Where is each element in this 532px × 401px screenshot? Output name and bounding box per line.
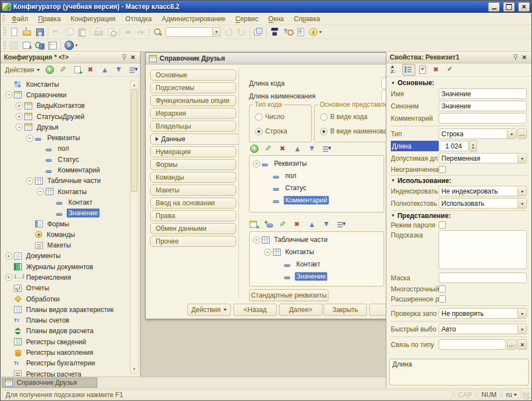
actions-button[interactable]: Действия [3, 65, 42, 76]
minus-expander-icon[interactable]: − [26, 177, 33, 185]
db-update-button[interactable] [33, 39, 46, 51]
tab-Обмен данными[interactable]: Обмен данными [150, 223, 236, 234]
add-attribute-button[interactable] [262, 219, 275, 230]
radio-icon[interactable] [320, 113, 327, 121]
sort-az-button[interactable] [389, 64, 401, 76]
menu-item-2[interactable]: Конфигурация [66, 14, 121, 24]
add-tabular-button[interactable] [248, 219, 261, 230]
resize-grip[interactable] [523, 393, 530, 400]
menu-item-7[interactable]: Справка [289, 14, 325, 24]
tree-item[interactable]: −Друзья [5, 122, 140, 132]
minus-expander-icon[interactable]: − [16, 123, 23, 131]
tab-Функциональные опции[interactable]: Функциональные опции [150, 95, 236, 106]
status-indicator-ru[interactable]: ru [502, 390, 521, 399]
status-indicator-num[interactable]: NUM [478, 390, 500, 399]
move-down-button[interactable] [306, 143, 319, 155]
tab-Данные[interactable]: Данные [150, 133, 239, 145]
tree-item[interactable]: Отчеты [5, 283, 140, 294]
menu-item-1[interactable]: Правка [33, 14, 66, 24]
close-window-button[interactable] [21, 39, 33, 51]
tree-item[interactable]: пол [5, 143, 140, 154]
spinner-buttons[interactable] [469, 140, 477, 152]
scrollbar-thumb[interactable] [131, 89, 137, 192]
forward-button[interactable] [135, 26, 147, 38]
tree-item[interactable]: Регистры бухгалтерии [5, 358, 140, 369]
plus-expander-icon[interactable]: + [5, 274, 12, 281]
tree-item[interactable]: +Перечисления [5, 272, 140, 283]
plus-expander-icon[interactable]: + [16, 102, 23, 110]
move-down-button[interactable] [320, 219, 333, 230]
presentation-option[interactable]: В виде кода [320, 113, 367, 121]
filter-form-button[interactable] [416, 64, 429, 76]
close-icon[interactable] [129, 53, 137, 61]
tree-item[interactable]: Статус [5, 154, 140, 165]
sort-list-button[interactable] [335, 219, 347, 230]
minus-expander-icon[interactable]: − [264, 249, 271, 256]
property-value-combo[interactable]: Использовать [439, 198, 527, 209]
menu-item-3[interactable]: Отладка [121, 14, 157, 24]
property-label[interactable]: Маска [391, 274, 439, 282]
window-tab-spravochnik-druzya[interactable]: Справочник Друзья [2, 378, 97, 388]
sort-list-button[interactable] [127, 64, 140, 76]
property-label[interactable]: Многострочный [391, 285, 439, 293]
undo-button[interactable] [235, 26, 248, 38]
standard-attributes-button[interactable]: Стандартные реквизиты [249, 289, 329, 301]
footer-button-1[interactable]: Действия [187, 304, 231, 316]
cut-button[interactable] [50, 26, 63, 38]
print-button[interactable] [92, 26, 105, 38]
property-value-input[interactable] [439, 113, 527, 123]
code-type-option[interactable]: Число [255, 113, 285, 121]
tab-Формы[interactable]: Формы [150, 159, 236, 170]
property-label[interactable]: Имя [391, 90, 439, 98]
property-value-input[interactable]: Значение [439, 88, 527, 99]
print-preview-button[interactable] [105, 26, 118, 38]
add-button[interactable] [43, 64, 56, 76]
status-indicator-cap[interactable]: CAP [454, 390, 476, 399]
search-input[interactable] [166, 27, 212, 37]
tree-scrollbar[interactable] [130, 80, 138, 373]
windows-button[interactable] [252, 26, 265, 38]
property-value-spinner[interactable]: 1 024 [439, 141, 469, 151]
tab-Владельцы[interactable]: Владельцы [150, 121, 236, 132]
tree-item[interactable]: Регистры сведений [5, 336, 140, 347]
property-label[interactable]: Комментарий [391, 115, 439, 122]
editor-window-caption[interactable]: Справочник Друзья [146, 53, 386, 65]
plus-expander-icon[interactable]: + [5, 253, 12, 260]
tree-item[interactable]: −Реквизиты [5, 132, 140, 143]
close-icon[interactable] [520, 53, 528, 61]
property-value-combo[interactable]: Не проверять [439, 308, 527, 319]
tab-Команды[interactable]: Команды [150, 172, 236, 183]
minus-expander-icon[interactable]: − [253, 160, 260, 167]
interface-edit-button[interactable] [8, 39, 21, 51]
code-length-input[interactable] [381, 77, 386, 89]
doc-find-button[interactable] [294, 26, 307, 38]
property-value-combo[interactable]: Переменная [439, 153, 527, 164]
footer-button-5[interactable]: Сп [369, 304, 386, 316]
menu-item-4[interactable]: Администрирование [157, 14, 230, 24]
new-file-button[interactable] [8, 26, 21, 38]
tab-Прочее[interactable]: Прочее [150, 236, 236, 247]
tree-item[interactable]: Формы [5, 219, 140, 229]
table-box-button[interactable] [46, 39, 59, 51]
delete-button[interactable] [430, 64, 443, 76]
tree-item[interactable]: Комментарий [253, 194, 384, 206]
tree-item[interactable]: пол [253, 170, 384, 182]
minus-expander-icon[interactable]: − [26, 135, 33, 142]
property-value-combo[interactable]: Строка [439, 128, 516, 139]
sort-list-button[interactable] [320, 143, 333, 155]
tree-item[interactable]: Планы счетов [5, 315, 140, 326]
menu-item-5[interactable]: Сервис [230, 14, 263, 24]
back-button[interactable] [122, 26, 135, 38]
property-label[interactable]: Расширенное р [391, 295, 439, 303]
property-label[interactable]: Синоним [391, 102, 439, 110]
ellipsis-button[interactable] [518, 128, 527, 139]
checkbox[interactable] [439, 221, 446, 229]
property-label[interactable]: Неограниченна [391, 166, 439, 174]
property-value-input[interactable] [439, 339, 506, 350]
tree-item[interactable]: +Документы [5, 251, 140, 261]
tree-item[interactable]: −Табличные части [253, 234, 384, 246]
property-value-combo[interactable]: Авто [439, 324, 527, 334]
copy-button[interactable] [63, 26, 76, 38]
tree-item[interactable]: −Контакты [5, 186, 140, 197]
menu-item-6[interactable]: Окна [263, 14, 289, 24]
